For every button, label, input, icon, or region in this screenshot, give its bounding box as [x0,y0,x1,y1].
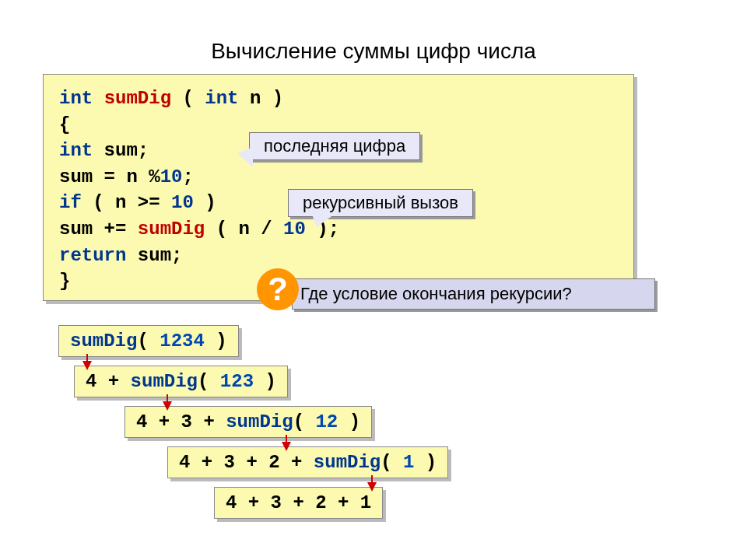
num: 123 [220,371,254,392]
trace-step-1: 4 + sumDig( 123 ) [74,366,288,397]
trace-step-2: 4 + 3 + sumDig( 12 ) [124,406,372,438]
question-mark-icon: ? [257,268,299,310]
num-10b: 10 [171,192,194,213]
code-text: ( [171,88,205,109]
kw-return: return [59,245,126,266]
trace-step-0: sumDig( 1234 ) [58,325,239,357]
question-bar: Где условие окончания рекурсии? [292,278,655,310]
num: 12 [315,411,338,432]
code-text: sum; [93,140,149,161]
txt: ) [205,331,227,352]
code-text: sum += [59,219,138,240]
code-text: ( n >= [82,192,171,213]
txt: ( [293,411,316,432]
txt: ( [198,371,220,392]
txt: 4 + 3 + 2 + [179,452,314,473]
callout-last-digit: последняя цифра [249,132,420,160]
txt: 4 + 3 + [136,411,226,432]
code-block: int sumDig ( int n ) { int sum; sum = n … [43,74,634,301]
txt: ( [381,452,403,473]
txt: ) [414,452,437,473]
txt: 4 + [86,371,131,392]
trace-step-4: 4 + 3 + 2 + 1 [214,487,383,519]
fn: sumDig [314,452,381,473]
fn-sumdig: sumDig [104,88,171,109]
code-text: sum; [126,245,182,266]
fn: sumDig [131,371,198,392]
fn: sumDig [226,411,293,432]
code-text: ; [182,166,193,187]
code-text: n ) [238,88,283,109]
callout-recursive-call: рекурсивный вызов [288,189,473,217]
fn: sumDig [70,331,137,352]
kw-int2: int [205,88,238,109]
txt: ) [338,411,360,432]
kw-int3: int [59,140,93,161]
code-text: sum = n % [59,166,160,187]
num: 1234 [160,331,205,352]
code-text: ) [194,192,216,213]
num: 1 [403,452,414,473]
brace-open: { [59,114,70,135]
code-text: ( n / [205,219,283,240]
txt: ) [254,371,276,392]
num-10a: 10 [160,166,183,187]
num-10c: 10 [283,219,306,240]
txt: ( [137,331,160,352]
kw-int: int [59,88,93,109]
slide-title: Вычисление суммы цифр числа [0,0,747,75]
txt: 4 + 3 + 2 + 1 [226,492,371,513]
kw-if: if [59,192,82,213]
fn-sumdig2: sumDig [138,219,205,240]
trace-step-3: 4 + 3 + 2 + sumDig( 1 ) [167,446,448,478]
brace-close: } [59,271,70,292]
